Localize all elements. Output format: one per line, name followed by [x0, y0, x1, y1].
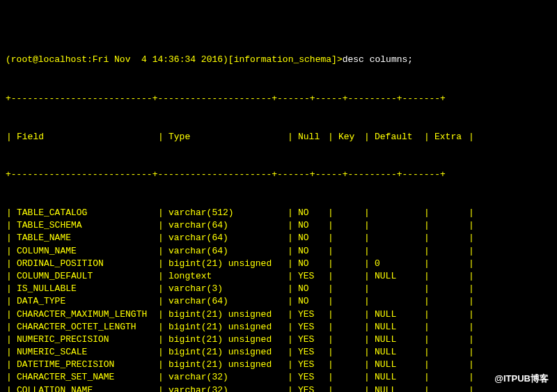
cell-field: ORDINAL_POSITION [13, 258, 157, 270]
cell-default: NULL [370, 270, 423, 283]
cell-type: varchar(64) [164, 295, 287, 308]
table-row: |CHARACTER_SET_NAME|varchar(32)|YES||NUL… [6, 371, 551, 384]
watermark: @ITPUB博客 [494, 373, 549, 385]
cell-null: NO [294, 207, 327, 219]
cell-null: YES [294, 371, 327, 384]
cell-extra [430, 245, 468, 258]
cell-default: NULL [370, 371, 423, 384]
table-row: |DATA_TYPE|varchar(64)|NO|||| [6, 295, 551, 308]
cell-extra [430, 232, 468, 244]
cell-null: NO [294, 295, 327, 308]
cell-field: COLLATION_NAME [13, 384, 157, 392]
cell-extra [430, 334, 468, 346]
table-row: |ORDINAL_POSITION|bigint(21) unsigned|NO… [6, 258, 551, 270]
cell-default [370, 219, 423, 232]
cell-default: NULL [370, 308, 423, 321]
cell-field: NUMERIC_PRECISION [13, 334, 157, 346]
cell-extra [430, 308, 468, 321]
table-header-row: |Field|Type|Null|Key|Default|Extra| [6, 131, 551, 143]
prompt-command: desc columns; [343, 54, 413, 65]
table-row: |COLUMN_DEFAULT|longtext|YES||NULL|| [6, 270, 551, 283]
cell-null: YES [294, 308, 327, 321]
cell-null: NO [294, 258, 327, 270]
cell-extra [430, 321, 468, 334]
cell-field: TABLE_NAME [13, 232, 157, 244]
cell-null: NO [294, 283, 327, 295]
cell-field: COLUMN_NAME [13, 245, 157, 258]
header-key: Key [334, 131, 363, 143]
table-row: |TABLE_NAME|varchar(64)|NO|||| [6, 232, 551, 244]
cell-type: bigint(21) unsigned [164, 258, 287, 270]
cell-type: bigint(21) unsigned [164, 321, 287, 334]
cell-key [334, 258, 363, 270]
header-extra: Extra [430, 131, 468, 143]
cell-null: YES [294, 346, 327, 359]
table-row: |COLLATION_NAME|varchar(32)|YES||NULL|| [6, 384, 551, 392]
cell-extra [430, 270, 468, 283]
cell-default [370, 283, 423, 295]
table-row: |TABLE_SCHEMA|varchar(64)|NO|||| [6, 219, 551, 232]
cell-field: CHARACTER_SET_NAME [13, 371, 157, 384]
cell-field: IS_NULLABLE [13, 283, 157, 295]
cell-null: YES [294, 321, 327, 334]
table-row: |CHARACTER_MAXIMUM_LENGTH|bigint(21) uns… [6, 308, 551, 321]
cell-key [334, 232, 363, 244]
cell-key [334, 321, 363, 334]
cell-default [370, 295, 423, 308]
cell-type: varchar(64) [164, 232, 287, 244]
table-row: |CHARACTER_OCTET_LENGTH|bigint(21) unsig… [6, 321, 551, 334]
table-row: |NUMERIC_PRECISION|bigint(21) unsigned|Y… [6, 334, 551, 346]
cell-null: YES [294, 334, 327, 346]
cell-extra [430, 359, 468, 371]
prompt-prefix: (root@localhost:Fri Nov 4 14:36:34 2016)… [6, 54, 343, 65]
cell-key [334, 219, 363, 232]
cell-field: TABLE_SCHEMA [13, 219, 157, 232]
cell-null: YES [294, 384, 327, 392]
table-row: |COLUMN_NAME|varchar(64)|NO|||| [6, 245, 551, 258]
cell-extra [430, 346, 468, 359]
cell-default [370, 245, 423, 258]
cell-default: NULL [370, 346, 423, 359]
cell-key [334, 384, 363, 392]
table-row: |NUMERIC_SCALE|bigint(21) unsigned|YES||… [6, 346, 551, 359]
table-border-top: +--------------------------+------------… [6, 93, 551, 105]
cell-key [334, 270, 363, 283]
header-type: Type [164, 131, 287, 143]
cell-type: varchar(512) [164, 207, 287, 219]
cell-extra [430, 283, 468, 295]
cell-type: varchar(3) [164, 283, 287, 295]
cell-type: bigint(21) unsigned [164, 334, 287, 346]
cell-type: bigint(21) unsigned [164, 346, 287, 359]
cell-type: longtext [164, 270, 287, 283]
table-row: |DATETIME_PRECISION|bigint(21) unsigned|… [6, 359, 551, 371]
cell-field: DATA_TYPE [13, 295, 157, 308]
cell-default: NULL [370, 359, 423, 371]
cell-key [334, 346, 363, 359]
cell-field: DATETIME_PRECISION [13, 359, 157, 371]
cell-key [334, 283, 363, 295]
cell-null: NO [294, 219, 327, 232]
table-row: |TABLE_CATALOG|varchar(512)|NO|||| [6, 207, 551, 219]
cell-default [370, 232, 423, 244]
cell-type: varchar(64) [164, 219, 287, 232]
cell-type: varchar(32) [164, 371, 287, 384]
cell-key [334, 207, 363, 219]
cell-key [334, 359, 363, 371]
header-default: Default [370, 131, 423, 143]
cell-type: bigint(21) unsigned [164, 359, 287, 371]
cell-field: TABLE_CATALOG [13, 207, 157, 219]
header-null: Null [294, 131, 327, 143]
cell-key [334, 308, 363, 321]
cell-default: 0 [370, 258, 423, 270]
cell-default: NULL [370, 321, 423, 334]
cell-extra [430, 207, 468, 219]
cell-null: YES [294, 270, 327, 283]
cell-key [334, 295, 363, 308]
terminal-prompt[interactable]: (root@localhost:Fri Nov 4 14:36:34 2016)… [6, 54, 551, 66]
cell-field: CHARACTER_OCTET_LENGTH [13, 321, 157, 334]
table-body: |TABLE_CATALOG|varchar(512)|NO|||||TABLE… [6, 207, 551, 392]
cell-extra [430, 295, 468, 308]
cell-extra [430, 384, 468, 392]
table-border-mid: +--------------------------+------------… [6, 168, 551, 181]
cell-field: CHARACTER_MAXIMUM_LENGTH [13, 308, 157, 321]
